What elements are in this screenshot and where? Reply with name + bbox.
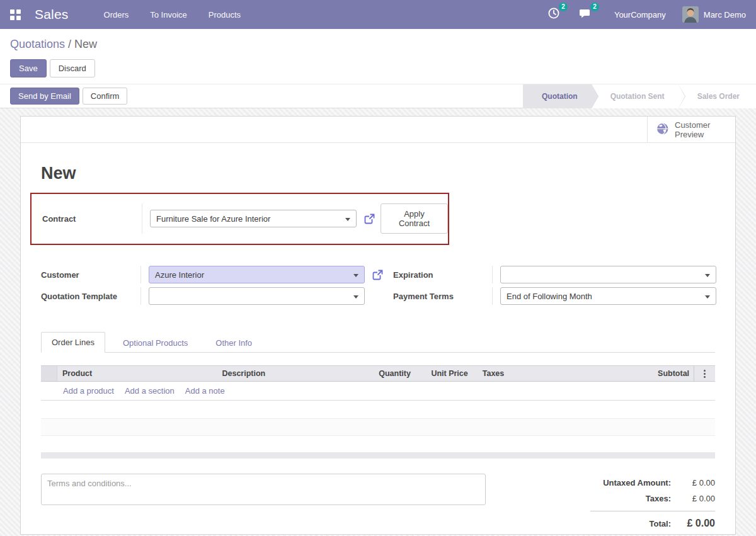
activities-button[interactable]: 2 bbox=[547, 7, 560, 22]
column-subtotal[interactable]: Subtotal bbox=[651, 369, 694, 378]
taxes-value: £ 0.00 bbox=[671, 494, 715, 503]
empty-table-row bbox=[41, 418, 715, 436]
button-box: Customer Preview bbox=[21, 117, 735, 143]
user-avatar[interactable] bbox=[682, 6, 699, 23]
tab-other-info[interactable]: Other Info bbox=[205, 333, 262, 353]
empty-table-row bbox=[41, 436, 715, 452]
contract-external-link-icon[interactable] bbox=[364, 214, 375, 224]
chevron-down-icon bbox=[345, 218, 350, 221]
form-view-background: Customer Preview New Contract Furniture … bbox=[0, 108, 756, 536]
chat-bubble-icon bbox=[579, 7, 592, 22]
payment-terms-value: End of Following Month bbox=[507, 292, 592, 301]
totals-divider bbox=[590, 511, 715, 511]
table-footer-bar bbox=[41, 452, 715, 459]
tab-optional-products[interactable]: Optional Products bbox=[113, 333, 198, 353]
column-product[interactable]: Product bbox=[57, 369, 217, 378]
untaxed-amount-value: £ 0.00 bbox=[671, 478, 715, 488]
apps-grid-icon[interactable] bbox=[10, 9, 21, 20]
user-menu[interactable]: Marc Demo bbox=[704, 10, 746, 20]
quotation-template-select[interactable] bbox=[149, 287, 365, 305]
contract-label: Contract bbox=[42, 214, 142, 224]
notebook-tabs: Order Lines Optional Products Other Info bbox=[41, 332, 715, 353]
chevron-down-icon bbox=[705, 295, 710, 299]
chevron-down-icon bbox=[705, 274, 710, 277]
totals-block: Untaxed Amount: £ 0.00 Taxes: £ 0.00 Tot… bbox=[590, 474, 715, 535]
discard-button[interactable]: Discard bbox=[50, 59, 95, 77]
taxes-label: Taxes: bbox=[646, 494, 671, 503]
customer-preview-button[interactable]: Customer Preview bbox=[647, 117, 735, 142]
form-sheet: Customer Preview New Contract Furniture … bbox=[20, 116, 736, 535]
customer-select[interactable]: Azure Interior bbox=[149, 266, 365, 283]
apply-contract-button[interactable]: Apply Contract bbox=[381, 203, 448, 234]
menu-to-invoice[interactable]: To Invoice bbox=[150, 10, 187, 20]
confirm-button[interactable]: Confirm bbox=[83, 88, 128, 105]
breadcrumb: Quotations / New bbox=[10, 38, 746, 51]
save-button[interactable]: Save bbox=[10, 59, 47, 77]
column-taxes[interactable]: Taxes bbox=[472, 369, 651, 378]
column-quantity[interactable]: Quantity bbox=[358, 369, 415, 378]
menu-products[interactable]: Products bbox=[209, 10, 241, 20]
breadcrumb-separator: / bbox=[65, 38, 74, 50]
stage-sales-order[interactable]: Sales Order bbox=[679, 84, 756, 108]
chevron-down-icon bbox=[353, 274, 358, 277]
tab-order-lines[interactable]: Order Lines bbox=[41, 332, 105, 353]
drag-handle-column bbox=[41, 366, 57, 381]
untaxed-amount-label: Untaxed Amount: bbox=[603, 478, 671, 488]
payment-terms-select[interactable]: End of Following Month bbox=[500, 287, 716, 305]
record-title: New bbox=[41, 164, 715, 183]
send-by-email-button[interactable]: Send by Email bbox=[10, 88, 79, 105]
payment-terms-label: Payment Terms bbox=[393, 292, 492, 301]
messages-badge: 2 bbox=[590, 3, 599, 11]
activities-badge: 2 bbox=[559, 3, 568, 11]
expiration-label: Expiration bbox=[393, 270, 492, 280]
stage-pipeline: Quotation Quotation Sent Sales Order bbox=[523, 84, 756, 108]
column-unit-price[interactable]: Unit Price bbox=[415, 369, 472, 378]
contract-highlight-box: Contract Furniture Sale for Azure Interi… bbox=[30, 193, 449, 245]
table-add-row: Add a product Add a section Add a note bbox=[41, 382, 715, 401]
stage-quotation[interactable]: Quotation bbox=[523, 84, 592, 108]
globe-icon bbox=[656, 122, 669, 137]
activity-clock-icon bbox=[547, 7, 560, 22]
quotation-template-label: Quotation Template bbox=[41, 292, 140, 301]
total-value: £ 0.00 bbox=[671, 518, 715, 529]
app-name[interactable]: Sales bbox=[35, 7, 69, 22]
top-navbar: Sales Orders To Invoice Products 2 2 You… bbox=[0, 0, 756, 29]
company-switcher[interactable]: YourCompany bbox=[614, 10, 666, 20]
optional-columns-toggle[interactable] bbox=[694, 366, 715, 381]
table-header-row: Product Description Quantity Unit Price … bbox=[41, 365, 715, 382]
total-label: Total: bbox=[650, 519, 671, 528]
terms-and-conditions-input[interactable] bbox=[41, 474, 486, 505]
customer-label: Customer bbox=[41, 270, 140, 280]
stage-quotation-sent[interactable]: Quotation Sent bbox=[592, 84, 679, 108]
expiration-select[interactable] bbox=[500, 266, 716, 283]
statusbar: Send by Email Confirm Quotation Quotatio… bbox=[0, 84, 756, 108]
control-panel: Quotations / New Save Discard bbox=[0, 29, 756, 84]
empty-table-row bbox=[41, 401, 715, 418]
customer-external-link-icon[interactable] bbox=[372, 270, 383, 280]
menu-orders[interactable]: Orders bbox=[104, 10, 129, 20]
add-a-section-link[interactable]: Add a section bbox=[125, 386, 175, 396]
messages-button[interactable]: 2 bbox=[579, 7, 592, 22]
breadcrumb-quotations-link[interactable]: Quotations bbox=[10, 38, 65, 50]
contract-value: Furniture Sale for Azure Interior bbox=[156, 214, 270, 224]
order-lines-table: Product Description Quantity Unit Price … bbox=[41, 365, 715, 459]
breadcrumb-current: New bbox=[74, 38, 97, 50]
chevron-down-icon bbox=[353, 295, 358, 299]
column-description[interactable]: Description bbox=[217, 369, 358, 378]
customer-preview-label: Customer Preview bbox=[675, 120, 735, 139]
contract-select[interactable]: Furniture Sale for Azure Interior bbox=[150, 210, 357, 227]
fields-group: Customer Azure Interior Quotat bbox=[41, 266, 715, 309]
kebab-menu-icon bbox=[704, 370, 706, 378]
nav-menus: Orders To Invoice Products bbox=[104, 10, 241, 20]
add-a-product-link[interactable]: Add a product bbox=[63, 386, 114, 396]
customer-value: Azure Interior bbox=[155, 270, 204, 280]
add-a-note-link[interactable]: Add a note bbox=[185, 386, 225, 396]
